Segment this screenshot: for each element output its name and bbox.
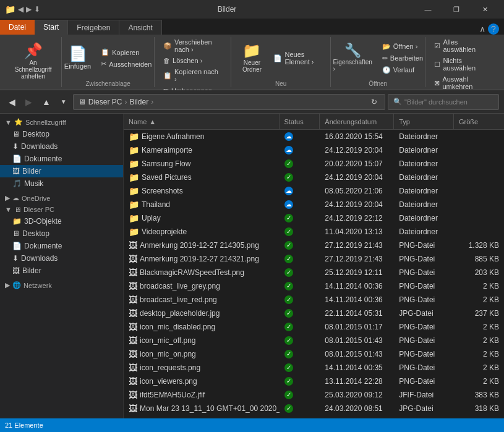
sidebar-item-documents[interactable]: 📄 Dokumente — [0, 153, 123, 165]
table-row[interactable]: 🖼 desktop_placeholder.jpg ✓ 22.11.2014 0… — [124, 307, 504, 320]
select-none-icon: ☐ — [434, 61, 440, 69]
nav-bar: ◀ ▶ ▲ ▼ 🖥 Dieser PC › Bilder › ↻ 🔍 "Bild… — [0, 90, 504, 114]
select-all-button[interactable]: ☑ Alles auswählen — [430, 37, 494, 54]
col-header-name[interactable]: Name ▲ — [124, 114, 280, 129]
file-type: JPG-Datei — [394, 307, 454, 320]
sidebar-item-pics2[interactable]: 🖼 Bilder — [0, 265, 123, 277]
status-green-icon: ✓ — [284, 323, 293, 331]
table-row[interactable]: 🖼 BlackmagicRAWSpeedTest.png ✓ 25.12.201… — [124, 266, 504, 279]
window-controls[interactable]: — ❐ ✕ — [414, 0, 499, 19]
ribbon-group-organise: 📦 Verschieben nach › 🗑 Löschen › 📋 Kopie… — [155, 37, 231, 87]
table-row[interactable]: 📁 Uplay ✓ 24.12.2019 22:12 Dateiordner — [124, 211, 504, 225]
table-row[interactable]: 🖼 icon_mic_disabled.png ✓ 08.01.2015 01:… — [124, 320, 504, 334]
status-green-icon: ✓ — [284, 295, 293, 304]
sidebar-item-3d[interactable]: 📁 3D-Objekte — [0, 215, 123, 227]
sidebar-item-desktop2[interactable]: 🖥 Desktop — [0, 227, 123, 240]
open-button[interactable]: 📂 Öffnen › — [378, 41, 427, 52]
history-icon: 🕐 — [382, 66, 391, 74]
tab-ansicht[interactable]: Ansicht — [119, 20, 161, 35]
refresh-button[interactable]: ↻ — [369, 98, 380, 106]
file-status: ✓ — [280, 375, 320, 388]
table-row[interactable]: 📁 Saved Pictures ✓ 24.12.2019 20:04 Date… — [124, 171, 504, 184]
cut-button[interactable]: ✂ Ausschneiden — [97, 59, 155, 69]
minimize-button[interactable]: — — [414, 0, 442, 19]
tab-start[interactable]: Start — [35, 20, 68, 35]
table-row[interactable]: 📁 Eigene Aufnahmen ☁ 16.03.2020 15:54 Da… — [124, 130, 504, 143]
new-item-icon: 📄 — [273, 54, 282, 62]
move-to-button[interactable]: 📦 Verschieben nach › — [160, 37, 226, 54]
file-status: ☁ — [280, 198, 320, 211]
table-row[interactable]: 🖼 Mon Mar 23 13_11_10 GMT+01_00 2020_...… — [124, 402, 504, 415]
ribbon-expand-icon[interactable]: ∧ — [479, 24, 485, 34]
sidebar-item-docs2[interactable]: 📄 Dokumente — [0, 240, 123, 252]
sidebar-section-network[interactable]: ▶ 🌐 Netzwerk — [0, 279, 123, 291]
folder-dl-icon: ⬇ — [12, 254, 19, 263]
file-date: 16.03.2020 15:54 — [320, 130, 394, 143]
file-size: 2 KB — [454, 279, 504, 292]
copy-button[interactable]: 📋 Kopieren — [97, 47, 155, 57]
file-date: 08.01.2015 01:43 — [320, 347, 394, 360]
col-header-size[interactable]: Größe — [454, 114, 504, 129]
file-size: 1.328 KB — [454, 239, 504, 252]
up-button[interactable]: ▲ — [38, 95, 54, 109]
table-row[interactable]: 🖼 Anmerkung 2019-12-27 214321.png ✓ 27.1… — [124, 252, 504, 266]
table-row[interactable]: 🖼 icon_viewers.png ✓ 13.11.2014 22:28 PN… — [124, 375, 504, 388]
table-row[interactable]: 📁 Samsung Flow ✓ 20.02.2020 15:07 Dateio… — [124, 157, 504, 171]
file-type: PNG-Datei — [394, 293, 454, 306]
back-button[interactable]: ◀ — [5, 95, 19, 109]
sidebar-section-onedrive[interactable]: ▶ ☁ OneDrive — [0, 192, 123, 204]
file-type: Dateiordner — [394, 171, 454, 184]
table-row[interactable]: 📁 Videoprojekte ✓ 11.04.2020 13:13 Datei… — [124, 225, 504, 239]
delete-button[interactable]: 🗑 Löschen › — [160, 56, 206, 66]
table-row[interactable]: 🖼 icon_mic_off.png ✓ 08.01.2015 01:43 PN… — [124, 334, 504, 347]
table-row[interactable]: 📁 Screenshots ☁ 08.05.2020 21:06 Dateior… — [124, 184, 504, 198]
sidebar-item-desktop[interactable]: 🖥 Desktop — [0, 128, 123, 140]
sidebar-section-quickaccess[interactable]: ▼ ⭐ Schnellzugriff — [0, 116, 123, 128]
table-row[interactable]: 🖼 broadcast_live_grey.png ✓ 14.11.2014 0… — [124, 279, 504, 293]
sidebar-item-downloads[interactable]: ⬇ Downloads — [0, 140, 123, 153]
col-header-date[interactable]: Änderungsdatum — [320, 114, 394, 129]
sidebar-item-dl2[interactable]: ⬇ Downloads — [0, 252, 123, 265]
table-row[interactable]: 🖼 Anmerkung 2019-12-27 214305.png ✓ 27.1… — [124, 239, 504, 252]
history-button[interactable]: 🕐 Verlauf — [378, 65, 427, 75]
invert-selection-button[interactable]: ⊠ Auswahl umkehren — [430, 74, 494, 91]
search-bar[interactable]: 🔍 "Bilder" durchsuchen — [388, 94, 499, 110]
edit-button[interactable]: ✏ Bearbeiten — [378, 53, 427, 64]
file-status: ✓ — [280, 293, 320, 306]
maximize-button[interactable]: ❐ — [442, 0, 471, 19]
table-row[interactable]: 🖼 ifdt5EMfAH5UoZ.jfif ✓ 25.03.2020 09:12… — [124, 388, 504, 402]
file-type: Dateiordner — [394, 225, 454, 238]
select-none-button[interactable]: ☐ Nichts auswählen — [430, 56, 494, 73]
address-sep-1: › — [124, 98, 127, 106]
table-row[interactable]: 📁 Kameraimporte ☁ 24.12.2019 20:04 Datei… — [124, 143, 504, 157]
new-folder-button[interactable]: 📁 NeuerOrdner — [236, 41, 267, 75]
status-green-icon: ✓ — [284, 377, 293, 386]
tab-freigeben[interactable]: Freigeben — [68, 20, 119, 35]
file-size — [454, 157, 504, 170]
table-row[interactable]: 🖼 broadcast_live_red.png ✓ 14.11.2014 00… — [124, 293, 504, 307]
file-type: PNG-Datei — [394, 334, 454, 347]
pin-button[interactable]: 📌 An Schnellzugriffanheften — [10, 41, 56, 82]
table-row[interactable]: 🖼 icon_mic_on.png ✓ 08.01.2015 01:43 PNG… — [124, 347, 504, 361]
table-row[interactable]: 🖼 icon_requests.png ✓ 14.11.2014 00:35 P… — [124, 361, 504, 375]
recent-button[interactable]: ▼ — [57, 96, 70, 108]
col-header-type[interactable]: Typ — [394, 114, 454, 129]
forward-button[interactable]: ▶ — [22, 95, 36, 109]
copy-to-button[interactable]: 📋 Kopieren nach › — [160, 67, 226, 84]
file-icon: 📁 — [129, 159, 139, 169]
properties-button[interactable]: 🔧 Eigenschaften› — [329, 41, 375, 75]
sidebar-item-pictures[interactable]: 🖼 Bilder — [0, 165, 123, 177]
paste-button[interactable]: 📄 Einfügen — [61, 44, 95, 72]
close-button[interactable]: ✕ — [471, 0, 499, 19]
new-item-button[interactable]: 📄 Neues Element › — [270, 49, 325, 67]
tab-datei[interactable]: Datei — [0, 20, 35, 35]
help-icon[interactable]: ? — [488, 23, 499, 35]
file-size: 383 KB — [454, 388, 504, 401]
table-row[interactable]: 📁 Thailand ☁ 24.12.2019 20:04 Dateiordne… — [124, 198, 504, 211]
sidebar-item-musik[interactable]: 🎵 Musik — [0, 177, 123, 190]
address-bar[interactable]: 🖥 Dieser PC › Bilder › ↻ — [73, 94, 385, 110]
col-header-status[interactable]: Status — [280, 114, 320, 129]
status-bar: 21 Elemente — [0, 418, 504, 432]
file-size: 2 KB — [454, 361, 504, 374]
sidebar-section-thispc[interactable]: ▼ 🖥 Dieser PC — [0, 204, 123, 215]
